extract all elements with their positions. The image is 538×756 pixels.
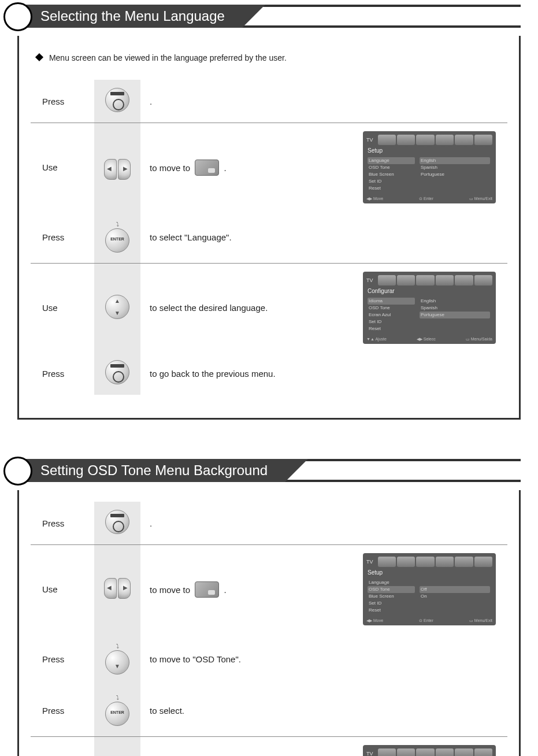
section-title-row: Selecting the Menu Language — [0, 0, 538, 30]
step-action: Press — [31, 633, 94, 685]
enter-button-icon — [105, 702, 129, 726]
steps-table: Press . Use — [31, 502, 507, 756]
steps-table: Press . Use — [31, 80, 507, 395]
step-action: Press — [31, 212, 94, 264]
button-icon-cell — [94, 737, 140, 757]
osd-preview: TV Setup Language OSD Tone Blue Screen S… — [363, 745, 496, 756]
step-action: Press — [31, 502, 94, 545]
content-frame: Press . Use — [17, 490, 521, 756]
section-title: Selecting the Menu Language — [17, 5, 242, 28]
osd-preview: TV Setup Language OSD Tone Blue Screen S… — [363, 553, 496, 625]
step-desc: to select the desired language. — [140, 264, 357, 353]
step-row: Press ⤵ to select "Language". — [31, 212, 507, 264]
down-button-icon — [105, 650, 129, 675]
content-frame: Menu screen can be viewed in the languag… — [17, 36, 521, 420]
left-right-button-icon — [104, 159, 131, 182]
step-row: Use to move to . TV — [31, 545, 507, 634]
step-desc: to go back to the previous menu. — [140, 352, 357, 395]
step-row: Press . — [31, 80, 507, 123]
step-desc: to move to . — [140, 123, 357, 212]
or-indicator-icon: ⤵ — [94, 221, 140, 227]
button-icon-cell — [94, 502, 140, 545]
button-icon-cell — [94, 123, 140, 212]
button-icon-cell: ⤵ — [94, 633, 140, 685]
section-osd-tone: Setting OSD Tone Menu Background Press .… — [0, 454, 538, 756]
setup-tab-icon — [195, 160, 219, 176]
step-row: Press ⤵ to select. — [31, 685, 507, 737]
step-desc: to move to . — [140, 545, 357, 634]
step-row: Press to go back to the previous menu. — [31, 352, 507, 395]
bullet-icon — [35, 53, 43, 61]
step-action: Use — [31, 123, 94, 212]
title-disc-icon — [3, 457, 32, 486]
left-right-button-icon — [104, 578, 131, 601]
button-icon-cell — [94, 352, 140, 395]
step-action: Press — [31, 352, 94, 395]
step-desc: to select "Language". — [140, 212, 357, 264]
button-icon-cell — [94, 545, 140, 634]
step-desc: . — [140, 502, 357, 545]
step-row: Use to move to . TV — [31, 123, 507, 212]
enter-button-icon — [105, 228, 129, 253]
step-desc: to select. — [140, 685, 357, 737]
up-down-button-icon — [105, 295, 129, 319]
menu-button-icon — [105, 88, 129, 112]
step-desc: to select the "On". — [140, 737, 357, 757]
section-title-row: Setting OSD Tone Menu Background — [0, 454, 538, 484]
step-row: Press . — [31, 502, 507, 545]
setup-tab-icon — [195, 581, 219, 598]
step-action: Use — [31, 737, 94, 757]
or-indicator-icon: ⤵ — [94, 694, 140, 701]
section-selecting-language: Selecting the Menu Language Menu screen … — [0, 0, 538, 420]
title-disc-icon — [3, 2, 32, 31]
menu-button-icon — [105, 360, 129, 384]
step-row: Use to select the "On". TV Setup — [31, 737, 507, 757]
button-icon-cell — [94, 264, 140, 353]
step-action: Use — [31, 264, 94, 353]
step-action: Press — [31, 80, 94, 123]
button-icon-cell: ⤵ — [94, 685, 140, 737]
button-icon-cell: ⤵ — [94, 212, 140, 264]
step-desc: . — [140, 80, 357, 123]
step-action: Press — [31, 685, 94, 737]
section-title: Setting OSD Tone Menu Background — [17, 459, 285, 482]
step-action: Use — [31, 545, 94, 634]
step-row: Press ⤵ to move to "OSD Tone". — [31, 633, 507, 685]
intro-text: Menu screen can be viewed in the languag… — [36, 53, 507, 62]
or-indicator-icon: ⤵ — [94, 643, 140, 649]
step-row: Use to select the desired language. TV C… — [31, 264, 507, 353]
step-desc: to move to "OSD Tone". — [140, 633, 357, 685]
osd-preview: TV Configurar Idioma OSD Tone Ecran Azul… — [363, 272, 496, 344]
button-icon-cell — [94, 80, 140, 123]
menu-button-icon — [105, 510, 129, 534]
osd-preview: TV Setup Language OSD Tone Blue Screen S… — [363, 131, 496, 203]
